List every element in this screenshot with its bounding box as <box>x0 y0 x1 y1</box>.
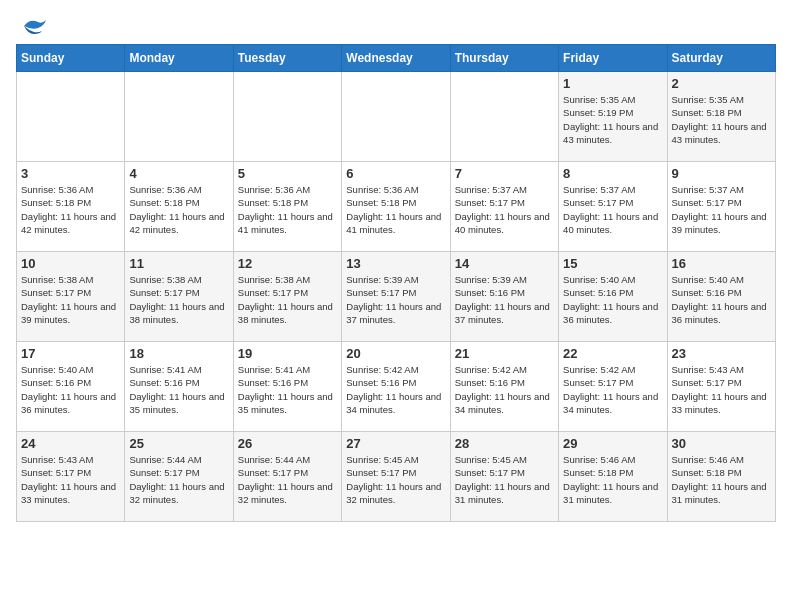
calendar-cell: 23Sunrise: 5:43 AM Sunset: 5:17 PM Dayli… <box>667 342 775 432</box>
day-info: Sunrise: 5:40 AM Sunset: 5:16 PM Dayligh… <box>563 273 662 326</box>
day-number: 4 <box>129 166 228 181</box>
calendar-cell: 13Sunrise: 5:39 AM Sunset: 5:17 PM Dayli… <box>342 252 450 342</box>
day-header-wednesday: Wednesday <box>342 45 450 72</box>
calendar-cell: 25Sunrise: 5:44 AM Sunset: 5:17 PM Dayli… <box>125 432 233 522</box>
calendar-cell <box>233 72 341 162</box>
day-number: 19 <box>238 346 337 361</box>
calendar-header-row: SundayMondayTuesdayWednesdayThursdayFrid… <box>17 45 776 72</box>
day-info: Sunrise: 5:38 AM Sunset: 5:17 PM Dayligh… <box>21 273 120 326</box>
page-header <box>16 16 776 36</box>
day-info: Sunrise: 5:46 AM Sunset: 5:18 PM Dayligh… <box>563 453 662 506</box>
day-info: Sunrise: 5:37 AM Sunset: 5:17 PM Dayligh… <box>563 183 662 236</box>
day-number: 21 <box>455 346 554 361</box>
day-number: 16 <box>672 256 771 271</box>
calendar-cell <box>450 72 558 162</box>
calendar-cell <box>17 72 125 162</box>
calendar-cell: 20Sunrise: 5:42 AM Sunset: 5:16 PM Dayli… <box>342 342 450 432</box>
day-number: 12 <box>238 256 337 271</box>
day-header-tuesday: Tuesday <box>233 45 341 72</box>
day-info: Sunrise: 5:38 AM Sunset: 5:17 PM Dayligh… <box>238 273 337 326</box>
calendar-cell: 9Sunrise: 5:37 AM Sunset: 5:17 PM Daylig… <box>667 162 775 252</box>
day-info: Sunrise: 5:36 AM Sunset: 5:18 PM Dayligh… <box>129 183 228 236</box>
day-number: 11 <box>129 256 228 271</box>
day-info: Sunrise: 5:36 AM Sunset: 5:18 PM Dayligh… <box>21 183 120 236</box>
calendar-week-row: 24Sunrise: 5:43 AM Sunset: 5:17 PM Dayli… <box>17 432 776 522</box>
day-header-thursday: Thursday <box>450 45 558 72</box>
calendar-cell: 11Sunrise: 5:38 AM Sunset: 5:17 PM Dayli… <box>125 252 233 342</box>
calendar-cell: 17Sunrise: 5:40 AM Sunset: 5:16 PM Dayli… <box>17 342 125 432</box>
day-info: Sunrise: 5:42 AM Sunset: 5:16 PM Dayligh… <box>455 363 554 416</box>
calendar-cell: 27Sunrise: 5:45 AM Sunset: 5:17 PM Dayli… <box>342 432 450 522</box>
day-info: Sunrise: 5:35 AM Sunset: 5:19 PM Dayligh… <box>563 93 662 146</box>
day-number: 17 <box>21 346 120 361</box>
calendar-cell: 30Sunrise: 5:46 AM Sunset: 5:18 PM Dayli… <box>667 432 775 522</box>
day-number: 9 <box>672 166 771 181</box>
calendar-cell: 3Sunrise: 5:36 AM Sunset: 5:18 PM Daylig… <box>17 162 125 252</box>
logo <box>16 16 48 36</box>
day-info: Sunrise: 5:43 AM Sunset: 5:17 PM Dayligh… <box>672 363 771 416</box>
day-number: 22 <box>563 346 662 361</box>
calendar-cell: 7Sunrise: 5:37 AM Sunset: 5:17 PM Daylig… <box>450 162 558 252</box>
day-number: 23 <box>672 346 771 361</box>
day-info: Sunrise: 5:40 AM Sunset: 5:16 PM Dayligh… <box>672 273 771 326</box>
day-number: 25 <box>129 436 228 451</box>
day-info: Sunrise: 5:37 AM Sunset: 5:17 PM Dayligh… <box>455 183 554 236</box>
day-number: 3 <box>21 166 120 181</box>
day-number: 13 <box>346 256 445 271</box>
day-header-monday: Monday <box>125 45 233 72</box>
calendar-cell: 22Sunrise: 5:42 AM Sunset: 5:17 PM Dayli… <box>559 342 667 432</box>
calendar-week-row: 3Sunrise: 5:36 AM Sunset: 5:18 PM Daylig… <box>17 162 776 252</box>
day-number: 18 <box>129 346 228 361</box>
calendar-cell: 6Sunrise: 5:36 AM Sunset: 5:18 PM Daylig… <box>342 162 450 252</box>
day-number: 6 <box>346 166 445 181</box>
calendar-cell: 8Sunrise: 5:37 AM Sunset: 5:17 PM Daylig… <box>559 162 667 252</box>
day-header-friday: Friday <box>559 45 667 72</box>
day-number: 28 <box>455 436 554 451</box>
calendar-week-row: 17Sunrise: 5:40 AM Sunset: 5:16 PM Dayli… <box>17 342 776 432</box>
calendar-cell: 18Sunrise: 5:41 AM Sunset: 5:16 PM Dayli… <box>125 342 233 432</box>
day-info: Sunrise: 5:39 AM Sunset: 5:16 PM Dayligh… <box>455 273 554 326</box>
day-info: Sunrise: 5:43 AM Sunset: 5:17 PM Dayligh… <box>21 453 120 506</box>
day-number: 2 <box>672 76 771 91</box>
day-info: Sunrise: 5:45 AM Sunset: 5:17 PM Dayligh… <box>346 453 445 506</box>
day-number: 10 <box>21 256 120 271</box>
calendar-cell: 28Sunrise: 5:45 AM Sunset: 5:17 PM Dayli… <box>450 432 558 522</box>
calendar-cell: 21Sunrise: 5:42 AM Sunset: 5:16 PM Dayli… <box>450 342 558 432</box>
calendar-cell: 19Sunrise: 5:41 AM Sunset: 5:16 PM Dayli… <box>233 342 341 432</box>
day-info: Sunrise: 5:42 AM Sunset: 5:16 PM Dayligh… <box>346 363 445 416</box>
day-number: 26 <box>238 436 337 451</box>
calendar-week-row: 1Sunrise: 5:35 AM Sunset: 5:19 PM Daylig… <box>17 72 776 162</box>
calendar-cell: 29Sunrise: 5:46 AM Sunset: 5:18 PM Dayli… <box>559 432 667 522</box>
calendar-body: 1Sunrise: 5:35 AM Sunset: 5:19 PM Daylig… <box>17 72 776 522</box>
day-info: Sunrise: 5:37 AM Sunset: 5:17 PM Dayligh… <box>672 183 771 236</box>
day-number: 15 <box>563 256 662 271</box>
calendar-cell <box>125 72 233 162</box>
day-info: Sunrise: 5:40 AM Sunset: 5:16 PM Dayligh… <box>21 363 120 416</box>
calendar-cell: 12Sunrise: 5:38 AM Sunset: 5:17 PM Dayli… <box>233 252 341 342</box>
day-number: 8 <box>563 166 662 181</box>
calendar-cell <box>342 72 450 162</box>
calendar-cell: 24Sunrise: 5:43 AM Sunset: 5:17 PM Dayli… <box>17 432 125 522</box>
day-number: 7 <box>455 166 554 181</box>
day-number: 30 <box>672 436 771 451</box>
day-number: 1 <box>563 76 662 91</box>
calendar-cell: 4Sunrise: 5:36 AM Sunset: 5:18 PM Daylig… <box>125 162 233 252</box>
day-header-sunday: Sunday <box>17 45 125 72</box>
day-info: Sunrise: 5:42 AM Sunset: 5:17 PM Dayligh… <box>563 363 662 416</box>
day-info: Sunrise: 5:38 AM Sunset: 5:17 PM Dayligh… <box>129 273 228 326</box>
calendar-cell: 26Sunrise: 5:44 AM Sunset: 5:17 PM Dayli… <box>233 432 341 522</box>
calendar-week-row: 10Sunrise: 5:38 AM Sunset: 5:17 PM Dayli… <box>17 252 776 342</box>
calendar-cell: 14Sunrise: 5:39 AM Sunset: 5:16 PM Dayli… <box>450 252 558 342</box>
day-number: 20 <box>346 346 445 361</box>
day-number: 24 <box>21 436 120 451</box>
day-info: Sunrise: 5:45 AM Sunset: 5:17 PM Dayligh… <box>455 453 554 506</box>
day-info: Sunrise: 5:41 AM Sunset: 5:16 PM Dayligh… <box>129 363 228 416</box>
day-number: 14 <box>455 256 554 271</box>
day-info: Sunrise: 5:44 AM Sunset: 5:17 PM Dayligh… <box>129 453 228 506</box>
day-number: 5 <box>238 166 337 181</box>
logo-bird-icon <box>20 16 48 36</box>
calendar-table: SundayMondayTuesdayWednesdayThursdayFrid… <box>16 44 776 522</box>
day-info: Sunrise: 5:36 AM Sunset: 5:18 PM Dayligh… <box>238 183 337 236</box>
calendar-cell: 5Sunrise: 5:36 AM Sunset: 5:18 PM Daylig… <box>233 162 341 252</box>
day-info: Sunrise: 5:35 AM Sunset: 5:18 PM Dayligh… <box>672 93 771 146</box>
